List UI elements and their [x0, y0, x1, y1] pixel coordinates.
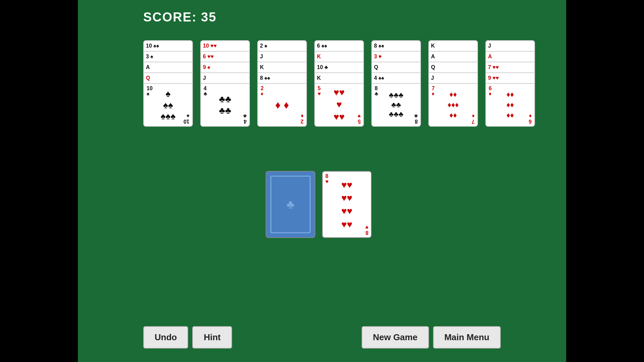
card[interactable]: 8 ♠♠ [371, 40, 421, 51]
columns-area: 10 ♠♠ 3 ♠ A Q 10♠ ♠♠♠♠♠♠ 10♠ [143, 40, 535, 127]
card[interactable]: 7 ♥♥ [485, 62, 535, 72]
card[interactable]: K [314, 72, 364, 83]
score-display: SCORE: 35 [143, 10, 217, 24]
stock-pile[interactable]: ♣ [266, 171, 315, 238]
card-bottom[interactable]: 4♣ ♣♣♣♣ 4♣ [200, 83, 250, 127]
card[interactable]: Q [143, 72, 193, 83]
card[interactable]: K [428, 40, 478, 51]
hint-button[interactable]: Hint [192, 326, 232, 349]
column-7[interactable]: J A 7 ♥♥ 9 ♥♥ 6♦ ♦♦♦♦♦♦ 6♦ [485, 40, 535, 127]
card[interactable]: J [257, 51, 307, 62]
card[interactable]: J [485, 40, 535, 51]
card[interactable]: J [428, 72, 478, 83]
card[interactable]: 10 ♣ [314, 62, 364, 72]
card[interactable]: A [485, 51, 535, 62]
left-buttons: Undo Hint [143, 326, 232, 349]
card[interactable]: 10 ♠♠ [143, 40, 193, 51]
card[interactable]: 3 ♠ [143, 51, 193, 62]
card[interactable]: A [143, 62, 193, 72]
card-bottom[interactable]: 5♥ ♥♥♥♥♥ 5♥ [314, 83, 364, 127]
game-area: SCORE: 35 10 ♠♠ 3 ♠ A Q 10♠ ♠♠♠ [78, 0, 566, 362]
column-6[interactable]: K A Q J 7♦ ♦♦♦♦♦♦♦ 7♦ [428, 40, 478, 127]
stock-area: ♣ 8♥ ♥♥♥♥♥♥♥♥ 8♥ [266, 171, 372, 238]
column-2[interactable]: 10 ♥♥ 6 ♥♥ 9 ♠ J 4♣ ♣♣♣♣ 4♣ [200, 40, 250, 127]
card[interactable]: K [257, 62, 307, 72]
card[interactable]: A [428, 51, 478, 62]
card-bottom[interactable]: 8♣ ♣♣♣♣♣♣♣♣ 8♣ [371, 83, 421, 127]
card-bottom[interactable]: 10♠ ♠♠♠♠♠♠ 10♠ [143, 83, 193, 127]
card[interactable]: 3 ♥ [371, 51, 421, 62]
card-bottom[interactable]: 7♦ ♦♦♦♦♦♦♦ 7♦ [428, 83, 478, 127]
card[interactable]: 6 ♠♠ [314, 40, 364, 51]
card-bottom[interactable]: 6♦ ♦♦♦♦♦♦ 6♦ [485, 83, 535, 127]
card[interactable]: 6 ♥♥ [200, 51, 250, 62]
card[interactable]: 8 ♠♠ [257, 72, 307, 83]
main-menu-button[interactable]: Main Menu [433, 326, 501, 349]
waste-pile[interactable]: 8♥ ♥♥♥♥♥♥♥♥ 8♥ [322, 171, 372, 238]
column-3[interactable]: 2 ♠ J K 8 ♠♠ 2♦ ♦ ♦ 2♦ [257, 40, 307, 127]
card[interactable]: J [200, 72, 250, 83]
card[interactable]: Q [371, 62, 421, 72]
stock-back-design: ♣ [270, 176, 311, 233]
column-5[interactable]: 8 ♠♠ 3 ♥ Q 4 ♠♠ 8♣ ♣♣♣♣♣♣♣♣ 8♣ [371, 40, 421, 127]
card[interactable]: 2 ♠ [257, 40, 307, 51]
undo-button[interactable]: Undo [143, 326, 188, 349]
card[interactable]: K [314, 51, 364, 62]
new-game-button[interactable]: New Game [362, 326, 429, 349]
score-label: SCORE: 35 [143, 10, 217, 24]
buttons-area: Undo Hint New Game Main Menu [78, 326, 566, 349]
right-buttons: New Game Main Menu [362, 326, 501, 349]
column-1[interactable]: 10 ♠♠ 3 ♠ A Q 10♠ ♠♠♠♠♠♠ 10♠ [143, 40, 193, 127]
card-bottom[interactable]: 2♦ ♦ ♦ 2♦ [257, 83, 307, 127]
card[interactable]: 4 ♠♠ [371, 72, 421, 83]
column-4[interactable]: 6 ♠♠ K 10 ♣ K 5♥ ♥♥♥♥♥ 5♥ [314, 40, 364, 127]
card[interactable]: 10 ♥♥ [200, 40, 250, 51]
card[interactable]: 9 ♠ [200, 62, 250, 72]
card[interactable]: 9 ♥♥ [485, 72, 535, 83]
card[interactable]: Q [428, 62, 478, 72]
